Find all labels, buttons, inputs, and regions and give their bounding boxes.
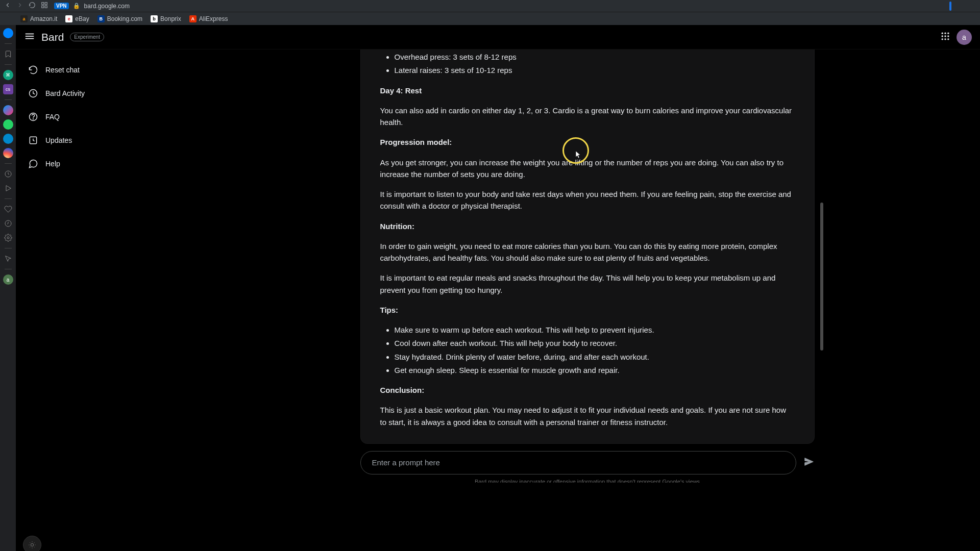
browser-right-icons bbox=[925, 2, 976, 11]
bookmark-amazon[interactable]: aAmazon.it bbox=[20, 15, 57, 22]
svg-rect-0 bbox=[42, 3, 44, 5]
dashboard-icon[interactable] bbox=[41, 2, 48, 10]
forward-button[interactable] bbox=[16, 2, 23, 10]
bookmark-aliexpress[interactable]: AAliExpress bbox=[189, 15, 228, 22]
bookmarks-bar: aAmazon.it eeBay BBooking.com bBonprix A… bbox=[0, 12, 980, 25]
vpn-badge: VPN bbox=[54, 3, 69, 9]
svg-rect-2 bbox=[42, 6, 44, 8]
url-text: bard.google.com bbox=[84, 3, 130, 10]
lock-icon: 🔒 bbox=[73, 3, 80, 9]
back-button[interactable] bbox=[4, 2, 11, 10]
browser-toolbar: VPN 🔒 bard.google.com bbox=[0, 0, 980, 12]
svg-rect-1 bbox=[45, 3, 47, 5]
bookmark-booking[interactable]: BBooking.com bbox=[97, 15, 142, 22]
url-bar[interactable]: VPN 🔒 bard.google.com bbox=[54, 3, 919, 10]
reload-button[interactable] bbox=[29, 2, 36, 10]
nav-buttons bbox=[4, 2, 48, 10]
bookmark-ebay[interactable]: eeBay bbox=[65, 15, 89, 22]
bookmark-bonprix[interactable]: bBonprix bbox=[151, 15, 181, 22]
svg-rect-3 bbox=[45, 6, 47, 8]
translate-icon[interactable] bbox=[949, 2, 951, 11]
